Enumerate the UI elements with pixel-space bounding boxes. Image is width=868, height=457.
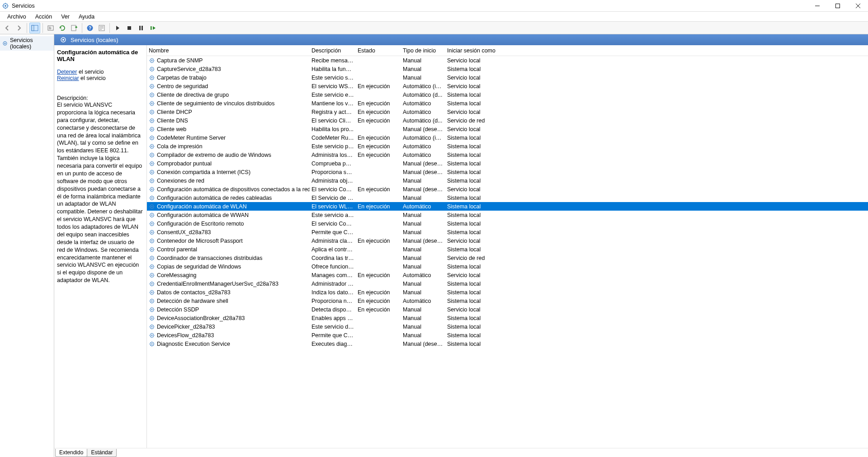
stop-service-link[interactable]: Detener: [57, 69, 77, 75]
service-row[interactable]: Cliente webHabilita los pro...Manual (de…: [147, 125, 868, 133]
service-gear-icon: [149, 100, 155, 107]
close-button[interactable]: [848, 0, 868, 12]
service-start: Manual: [401, 212, 445, 218]
stop-service-button[interactable]: [124, 23, 135, 33]
service-start: Manual: [401, 221, 445, 227]
service-row[interactable]: Conexiones de redAdministra obje...Manua…: [147, 176, 868, 185]
service-row[interactable]: CredentialEnrollmentManagerUserSvc_d28a7…: [147, 279, 868, 288]
nav-forward-button[interactable]: [14, 23, 24, 33]
tab-extendido[interactable]: Extendido: [55, 449, 87, 457]
svg-rect-6: [71, 25, 76, 31]
minimize-button[interactable]: [807, 0, 827, 12]
service-name: Configuración automática de WLAN: [157, 203, 247, 210]
refresh-button[interactable]: [57, 23, 68, 33]
svg-point-29: [151, 103, 153, 104]
restart-service-button[interactable]: [147, 23, 158, 33]
service-row[interactable]: Carpetas de trabajoEste servicio sin...M…: [147, 73, 868, 82]
service-row[interactable]: Coordinador de transacciones distribuida…: [147, 254, 868, 262]
svg-point-55: [151, 214, 153, 216]
menu-ver[interactable]: Ver: [57, 13, 74, 21]
service-name: Configuración automática de redes cablea…: [157, 195, 272, 201]
service-gear-icon: [149, 281, 155, 287]
service-gear-icon: [149, 246, 155, 253]
tree-node-services-local[interactable]: Servicios (locales): [0, 36, 54, 51]
service-row[interactable]: DevicesFlow_d28a783Permite que Co...Manu…: [147, 331, 868, 339]
service-row[interactable]: Diagnostic Execution ServiceExecutes dia…: [147, 339, 868, 348]
service-desc: El servicio WSCS...: [310, 83, 356, 90]
menu-ayuda[interactable]: Ayuda: [74, 13, 99, 21]
service-logon: Servicio local: [445, 272, 500, 278]
service-row[interactable]: Datos de contactos_d28a783Indiza los dat…: [147, 288, 868, 297]
detail-panel: Configuración automática de WLAN Detener…: [54, 45, 147, 448]
nav-back-button[interactable]: [2, 23, 13, 33]
service-row[interactable]: DevicePicker_d28a783Este servicio de ...…: [147, 322, 868, 331]
restart-service-link[interactable]: Reiniciar: [57, 75, 79, 81]
pause-service-button[interactable]: [136, 23, 146, 33]
service-start: Manual: [401, 178, 445, 184]
service-state: En ejecución: [356, 83, 401, 90]
properties-button[interactable]: [96, 23, 107, 33]
service-row[interactable]: Cola de impresiónEste servicio po...En e…: [147, 142, 868, 151]
service-name: DevicePicker_d28a783: [157, 324, 215, 330]
col-header-state[interactable]: Estado: [356, 47, 401, 54]
service-row[interactable]: ConsentUX_d28a783Permite que Co...Manual…: [147, 228, 868, 236]
service-logon: Servicio local: [445, 126, 500, 132]
service-row[interactable]: CodeMeter Runtime ServerCodeMeter Run...…: [147, 133, 868, 142]
service-row[interactable]: Contenedor de Microsoft PassportAdminist…: [147, 236, 868, 245]
service-gear-icon: [149, 118, 155, 124]
export-list-button[interactable]: [69, 23, 80, 33]
service-row[interactable]: Cliente de directiva de grupoEste servic…: [147, 90, 868, 99]
service-desc: Este servicio de ...: [310, 324, 356, 330]
service-row[interactable]: Detección de hardware shellProporciona n…: [147, 297, 868, 305]
services-list[interactable]: Nombre Descripción Estado Tipo de inicio…: [147, 45, 868, 448]
service-row[interactable]: Configuración automática de dispositivos…: [147, 185, 868, 193]
service-desc: Administrador d...: [310, 281, 356, 287]
service-row[interactable]: Comprobador puntualComprueba pos...Manua…: [147, 159, 868, 168]
service-row[interactable]: Detección SSDPDetecta disposit...En ejec…: [147, 305, 868, 314]
column-headers: Nombre Descripción Estado Tipo de inicio…: [147, 45, 868, 56]
start-service-button[interactable]: [112, 23, 123, 33]
col-header-name[interactable]: Nombre: [147, 47, 310, 54]
maximize-button[interactable]: [827, 0, 848, 12]
service-row[interactable]: Compilador de extremo de audio de Window…: [147, 151, 868, 159]
service-gear-icon: [149, 272, 155, 278]
export-button[interactable]: [45, 23, 56, 33]
console-tree[interactable]: Servicios (locales): [0, 34, 54, 457]
service-row[interactable]: CoreMessagingManages comm...En ejecución…: [147, 271, 868, 279]
service-row[interactable]: Cliente DHCPRegistra y actua...En ejecuc…: [147, 108, 868, 116]
svg-point-33: [151, 120, 153, 121]
service-logon: Servicio local: [445, 83, 500, 90]
service-row[interactable]: Control parentalAplica el control...Manu…: [147, 245, 868, 254]
service-row[interactable]: Configuración de Escritorio remotoEl ser…: [147, 219, 868, 228]
close-icon: [856, 4, 860, 8]
service-desc: CodeMeter Run...: [310, 135, 356, 141]
service-gear-icon: [149, 289, 155, 296]
service-row[interactable]: Copias de seguridad de WindowsOfrece fun…: [147, 262, 868, 271]
menu-accion[interactable]: Acción: [31, 13, 57, 21]
service-row[interactable]: Centro de seguridadEl servicio WSCS...En…: [147, 82, 868, 90]
col-header-desc[interactable]: Descripción: [310, 47, 356, 54]
service-logon: Sistema local: [445, 100, 500, 107]
service-row[interactable]: Configuración automática de WLANEl servi…: [147, 202, 868, 211]
description-label: Descripción:: [57, 95, 143, 101]
pane-header: Servicios (locales): [54, 34, 868, 45]
tab-estandar[interactable]: Estándar: [87, 449, 117, 457]
col-header-logon[interactable]: Iniciar sesión como: [445, 47, 500, 54]
service-row[interactable]: CaptureService_d28a783Habilita la funci.…: [147, 65, 868, 73]
tree-pane-icon: [31, 24, 38, 32]
service-row[interactable]: Cliente DNSEl servicio Client...En ejecu…: [147, 116, 868, 125]
service-row[interactable]: Configuración automática de redes cablea…: [147, 193, 868, 202]
service-desc: Enables apps to...: [310, 315, 356, 321]
service-row[interactable]: Conexión compartida a Internet (ICS)Prop…: [147, 168, 868, 176]
service-name: Comprobador puntual: [157, 160, 212, 167]
service-row[interactable]: DeviceAssociationBroker_d28a783Enables a…: [147, 314, 868, 322]
service-row[interactable]: Cliente de seguimiento de vínculos distr…: [147, 99, 868, 108]
toolbar-separator: [42, 23, 43, 33]
menu-archivo[interactable]: Archivo: [3, 13, 31, 21]
svg-point-45: [151, 171, 153, 173]
help-button[interactable]: ?: [85, 23, 95, 33]
col-header-start[interactable]: Tipo de inicio: [401, 47, 445, 54]
show-hide-tree-button[interactable]: [29, 23, 40, 33]
service-row[interactable]: Captura de SNMPRecibe mensaje...ManualSe…: [147, 56, 868, 65]
service-row[interactable]: Configuración automática de WWANEste ser…: [147, 211, 868, 219]
